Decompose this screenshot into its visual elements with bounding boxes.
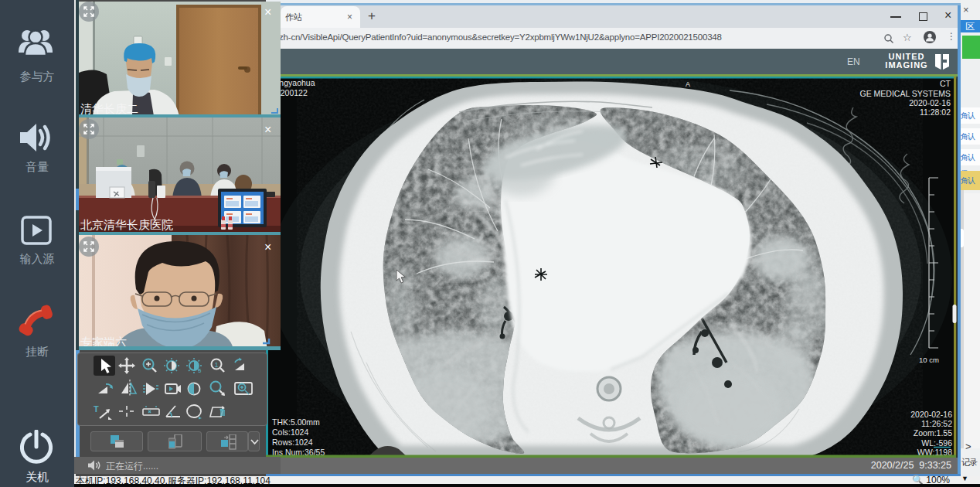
svg-text:2020-02-16: 2020-02-16 <box>910 410 952 419</box>
svg-text:1: 1 <box>215 361 219 369</box>
svg-text:GE MEDICAL SYSTEMS: GE MEDICAL SYSTEMS <box>860 89 951 98</box>
svg-text:×: × <box>264 123 271 136</box>
svg-text:WL:-596: WL:-596 <box>921 438 952 448</box>
svg-text:2020-02-16: 2020-02-16 <box>909 98 951 107</box>
svg-text:A: A <box>686 80 690 88</box>
svg-text:CT: CT <box>940 79 951 88</box>
svg-text:11:28:02: 11:28:02 <box>920 107 951 117</box>
svg-text:10 cm: 10 cm <box>919 356 939 364</box>
svg-text:T: T <box>94 404 99 414</box>
svg-text:5: 5 <box>198 367 202 374</box>
svg-text:×: × <box>264 5 271 19</box>
svg-text:北京清华长庚医院: 北京清华长庚医院 <box>80 218 173 231</box>
svg-text:Zoom:1.55: Zoom:1.55 <box>914 428 952 438</box>
svg-text:THK:5.00mm: THK:5.00mm <box>272 417 320 427</box>
svg-text:清华长庚二: 清华长庚二 <box>80 102 138 115</box>
svg-text:×: × <box>264 240 271 254</box>
svg-text:11:26:52: 11:26:52 <box>921 419 952 428</box>
